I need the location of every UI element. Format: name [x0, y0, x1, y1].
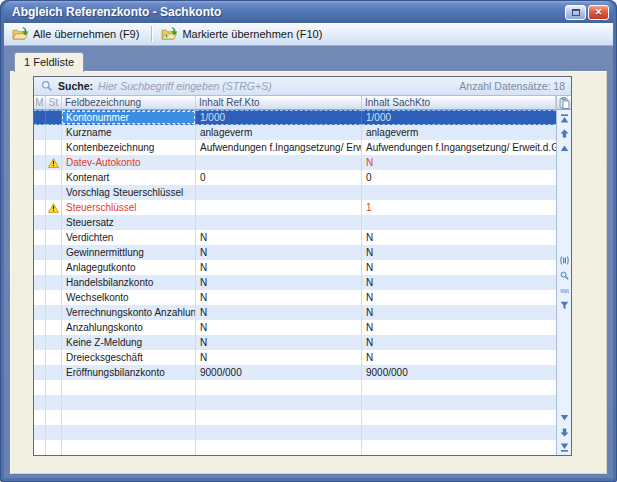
- field-name-cell[interactable]: Kontenart: [62, 170, 196, 185]
- marker-cell[interactable]: [34, 320, 46, 335]
- table-row[interactable]: HandelsbilanzkontoNN: [34, 275, 556, 290]
- ref-value-cell[interactable]: [196, 200, 362, 215]
- status-cell[interactable]: [46, 245, 62, 260]
- status-cell[interactable]: [46, 215, 62, 230]
- sach-value-cell[interactable]: [362, 185, 556, 200]
- marker-cell[interactable]: [34, 110, 46, 125]
- field-name-cell[interactable]: Handelsbilanzkonto: [62, 275, 196, 290]
- ref-value-cell[interactable]: N: [196, 305, 362, 320]
- search-icon[interactable]: [560, 271, 569, 280]
- field-name-cell[interactable]: Kontenbezeichnung: [62, 140, 196, 155]
- marker-cell[interactable]: [34, 155, 46, 170]
- field-name-cell[interactable]: Anzahlungskonto: [62, 320, 196, 335]
- ref-value-cell[interactable]: [196, 215, 362, 230]
- col-header-ref[interactable]: Inhalt Ref.Kto: [196, 96, 362, 110]
- table-row[interactable]: AnlagegutkontoNN: [34, 260, 556, 275]
- marker-cell[interactable]: [34, 230, 46, 245]
- scroll-top-icon[interactable]: [560, 114, 569, 123]
- sach-value-cell[interactable]: [362, 215, 556, 230]
- marker-cell[interactable]: [34, 365, 46, 380]
- sach-value-cell[interactable]: Aufwendungen f.Ingangsetzung/ Erweit.d.G…: [362, 140, 556, 155]
- restore-button[interactable]: [565, 5, 586, 20]
- ref-value-cell[interactable]: N: [196, 230, 362, 245]
- tab-feldliste[interactable]: 1 Feldliste: [14, 52, 84, 72]
- scroll-bottom-icon[interactable]: [560, 443, 569, 452]
- status-cell[interactable]: [46, 335, 62, 350]
- ref-value-cell[interactable]: anlageverm: [196, 125, 362, 140]
- col-header-sach[interactable]: Inhalt SachKto: [362, 96, 556, 110]
- field-name-cell[interactable]: Verdichten: [62, 230, 196, 245]
- marker-cell[interactable]: [34, 170, 46, 185]
- sach-value-cell[interactable]: N: [362, 155, 556, 170]
- ref-value-cell[interactable]: [196, 185, 362, 200]
- ref-value-cell[interactable]: N: [196, 275, 362, 290]
- sach-value-cell[interactable]: anlageverm: [362, 125, 556, 140]
- field-name-cell[interactable]: Eröffnungsbilanzkonto: [62, 365, 196, 380]
- row-up-icon[interactable]: [560, 144, 569, 153]
- status-cell[interactable]: [46, 305, 62, 320]
- ref-value-cell[interactable]: N: [196, 350, 362, 365]
- status-cell[interactable]: [46, 260, 62, 275]
- marker-cell[interactable]: [34, 260, 46, 275]
- table-row[interactable]: Vorschlag Steuerschlüssel: [34, 185, 556, 200]
- status-cell[interactable]: [46, 110, 62, 125]
- sach-value-cell[interactable]: N: [362, 230, 556, 245]
- sach-value-cell[interactable]: N: [362, 305, 556, 320]
- filter-icon[interactable]: [560, 301, 569, 310]
- status-cell[interactable]: [46, 290, 62, 305]
- col-header-st[interactable]: St: [46, 96, 62, 110]
- close-button[interactable]: ✕: [588, 5, 609, 20]
- field-name-cell[interactable]: Wechselkonto: [62, 290, 196, 305]
- table-row[interactable]: Datev-AutokontoN: [34, 155, 556, 170]
- field-name-cell[interactable]: Verrechnungskonto Anzahlung: [62, 305, 196, 320]
- sach-value-cell[interactable]: N: [362, 320, 556, 335]
- marker-cell[interactable]: [34, 140, 46, 155]
- table-row[interactable]: VerdichtenNN: [34, 230, 556, 245]
- fit-columns-icon[interactable]: [560, 256, 569, 265]
- marker-cell[interactable]: [34, 215, 46, 230]
- copy-button[interactable]: [557, 96, 571, 110]
- status-cell[interactable]: [46, 125, 62, 140]
- marker-cell[interactable]: [34, 125, 46, 140]
- marker-cell[interactable]: [34, 290, 46, 305]
- status-cell[interactable]: [46, 155, 62, 170]
- field-name-cell[interactable]: Keine Z-Meldung: [62, 335, 196, 350]
- marker-cell[interactable]: [34, 335, 46, 350]
- sach-value-cell[interactable]: 1/000: [362, 110, 556, 125]
- ref-value-cell[interactable]: N: [196, 320, 362, 335]
- sach-value-cell[interactable]: N: [362, 275, 556, 290]
- apply-all-button[interactable]: Alle übernehmen (F9): [9, 26, 145, 42]
- sach-value-cell[interactable]: 9000/000: [362, 365, 556, 380]
- sach-value-cell[interactable]: N: [362, 335, 556, 350]
- table-row[interactable]: Kontenart00: [34, 170, 556, 185]
- field-name-cell[interactable]: Anlagegutkonto: [62, 260, 196, 275]
- status-cell[interactable]: [46, 140, 62, 155]
- marker-cell[interactable]: [34, 245, 46, 260]
- marker-cell[interactable]: [34, 200, 46, 215]
- status-cell[interactable]: [46, 230, 62, 245]
- table-row[interactable]: Steuerschlüssel1: [34, 200, 556, 215]
- table-row[interactable]: Verrechnungskonto AnzahlungNN: [34, 305, 556, 320]
- sach-value-cell[interactable]: 0: [362, 170, 556, 185]
- status-cell[interactable]: [46, 200, 62, 215]
- table-row[interactable]: Kurznameanlagevermanlageverm: [34, 125, 556, 140]
- ref-value-cell[interactable]: N: [196, 335, 362, 350]
- col-header-field[interactable]: Feldbezeichnung: [62, 96, 196, 110]
- table-row[interactable]: DreiecksgeschäftNN: [34, 350, 556, 365]
- field-name-cell[interactable]: Datev-Autokonto: [62, 155, 196, 170]
- xml-export-icon[interactable]: XML: [560, 286, 569, 295]
- table-row[interactable]: Steuersatz: [34, 215, 556, 230]
- status-cell[interactable]: [46, 350, 62, 365]
- ref-value-cell[interactable]: Aufwendungen f.Ingangsetzung/ Erweit.d.G…: [196, 140, 362, 155]
- sach-value-cell[interactable]: N: [362, 260, 556, 275]
- field-name-cell[interactable]: Kontonummer: [62, 110, 196, 125]
- field-name-cell[interactable]: Dreiecksgeschäft: [62, 350, 196, 365]
- sach-value-cell[interactable]: 1: [362, 200, 556, 215]
- field-name-cell[interactable]: Gewinnermittlung: [62, 245, 196, 260]
- status-cell[interactable]: [46, 170, 62, 185]
- ref-value-cell[interactable]: 0: [196, 170, 362, 185]
- page-down-icon[interactable]: [560, 428, 569, 437]
- table-row[interactable]: Kontonummer1/0001/000: [34, 110, 556, 125]
- sach-value-cell[interactable]: N: [362, 245, 556, 260]
- table-row[interactable]: Eröffnungsbilanzkonto9000/0009000/000: [34, 365, 556, 380]
